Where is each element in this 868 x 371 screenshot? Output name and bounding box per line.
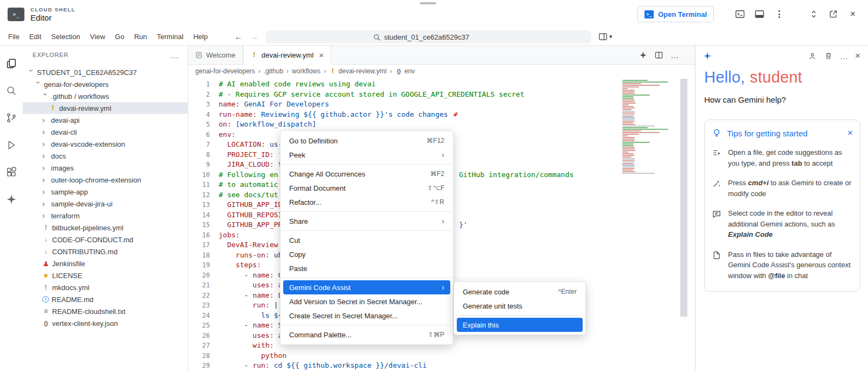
breadcrumb-separator-icon: › (324, 67, 326, 75)
split-editor-icon[interactable] (654, 51, 663, 60)
menu-item-add-version-to-secret-in-secret-manager[interactable]: Add Version to Secret in Secret Manager.… (283, 294, 450, 309)
menu-item-copy[interactable]: Copy (283, 247, 450, 261)
tree-item-vertex-client-key-json[interactable]: {}vertex-client-key.json (23, 317, 188, 329)
gemini-subtitle: How can Gemini help? (695, 86, 868, 104)
tree-item-sample-app[interactable]: ›sample-app (23, 186, 188, 198)
tree-item-images[interactable]: ›images (23, 162, 188, 174)
minimap[interactable] (622, 80, 680, 174)
tree-item-license[interactable]: ★LICENSE (23, 269, 188, 281)
forward-icon: → (250, 32, 258, 41)
search-icon (373, 33, 381, 41)
menu-help[interactable]: Help (188, 30, 213, 43)
tip-2: Press cmd+i to ask Gemini to create or m… (712, 178, 853, 199)
submenu-item-generate-unit-tests[interactable]: Generate unit tests (457, 299, 583, 313)
menu-item-refactor[interactable]: Refactor...^⇧R (283, 195, 450, 209)
editor-more-icon[interactable]: … (671, 51, 679, 60)
gemini-close-icon[interactable]: × (855, 51, 860, 61)
tree-item-github-workflows[interactable]: ›.github / workflows (23, 90, 188, 102)
tips-close-icon[interactable]: × (847, 128, 853, 139)
tab-welcome[interactable]: Welcome (188, 46, 243, 64)
scrollbar-thumb[interactable] (680, 79, 687, 317)
code-editor[interactable]: 1# AI enabled code reviews using devai2#… (188, 78, 695, 371)
terminal-icon: >_ (644, 10, 654, 18)
tree-item-devai-review-yml[interactable]: !devai-review.yml (23, 102, 188, 114)
close-icon[interactable]: × (845, 7, 860, 22)
tree-item-jenkinsfile[interactable]: ♟Jenkinsfile (23, 257, 188, 269)
sparkle-icon[interactable] (639, 51, 647, 59)
menu-item-create-secret-in-secret-manager[interactable]: Create Secret in Secret Manager... (283, 309, 450, 323)
line-number: 3 (188, 99, 210, 110)
tree-item-readme-md[interactable]: iREADME.md (23, 293, 188, 305)
cloud-shell-logo: >_ (8, 8, 24, 21)
collapse-expand-icon[interactable] (806, 7, 821, 22)
back-icon[interactable]: ← (234, 32, 242, 41)
greeting-hello: Hello, (704, 68, 745, 86)
menu-go[interactable]: Go (110, 30, 129, 43)
menu-item-change-all-occurrences[interactable]: Change All Occurrences⌘F2 (283, 167, 450, 181)
menu-item-go-to-definition[interactable]: Go to Definition⌘F12 (283, 134, 450, 148)
breadcrumb: genai-for-developers›.github›workflows›!… (188, 65, 695, 78)
activity-source-control-icon[interactable] (0, 104, 23, 131)
tree-item-sample-devai-jira-ui[interactable]: ›sample-devai-jira-ui (23, 198, 188, 210)
tree-item-student-01-ce62a6529c37[interactable]: ›STUDENT_01_CE62A6529C37 (23, 66, 188, 78)
tree-item-contributing-md[interactable]: ↓CONTRIBUTING.md (23, 246, 188, 257)
search-input[interactable] (384, 33, 484, 41)
submenu-item-explain-this[interactable]: Explain this (457, 318, 583, 332)
activity-search-icon[interactable] (0, 77, 23, 104)
tree-item-genai-for-developers[interactable]: ›genai-for-developers (23, 78, 188, 90)
menu-item-command-palette[interactable]: Command Palette...⇧⌘P (283, 328, 450, 342)
submenu-item-generate-code[interactable]: Generate code^Enter (457, 285, 583, 299)
trash-icon[interactable] (824, 52, 833, 60)
line-number: 16 (188, 230, 210, 241)
user-feedback-icon[interactable] (808, 52, 817, 61)
tab-devai-review-yml[interactable]: !devai-review.yml× (243, 46, 331, 64)
menu-item-peek[interactable]: Peek› (283, 148, 450, 162)
activity-run-debug-icon[interactable] (0, 131, 23, 159)
command-search[interactable] (266, 30, 591, 43)
menu-item-format-document[interactable]: Format Document⇧⌥F (283, 181, 450, 195)
menu-item-cut[interactable]: Cut (283, 233, 450, 247)
open-in-new-icon[interactable] (826, 7, 841, 22)
open-terminal-button[interactable]: >_ Open Terminal (637, 6, 714, 22)
menu-selection[interactable]: Selection (46, 30, 85, 43)
menu-run[interactable]: Run (129, 30, 152, 43)
breadcrumb-env[interactable]: {}env (395, 67, 414, 75)
menu-file[interactable]: File (3, 30, 24, 43)
code-line-3: 3name: GenAI For Developers (188, 99, 695, 110)
code-line-4: 4run-name: Reviewing ${{ github.actor }}… (188, 110, 695, 120)
editor-layout-button[interactable]: ▾ (598, 32, 612, 42)
breadcrumb-github[interactable]: .github (264, 67, 283, 75)
terminal-window-icon[interactable] (732, 7, 748, 22)
menu-terminal[interactable]: Terminal (152, 30, 188, 43)
submenu-arrow-icon: › (442, 217, 444, 225)
activity-explorer-icon[interactable] (0, 50, 23, 77)
more-vertical-icon[interactable] (771, 7, 787, 22)
menu-view[interactable]: View (85, 30, 110, 43)
menu-item-gemini-code-assist[interactable]: Gemini Code Assist› (283, 280, 450, 294)
menu-edit[interactable]: Edit (24, 30, 46, 43)
tree-item-code-of-conduct-md[interactable]: ↓CODE-OF-CONDUCT.md (23, 234, 188, 246)
breadcrumb-genai-for-developers[interactable]: genai-for-developers (195, 67, 255, 75)
tree-item-bitbucket-pipelines-yml[interactable]: !bitbucket-pipelines.yml (23, 222, 188, 234)
tree-item-readme-cloudshell-txt[interactable]: ≡README-cloudshell.txt (23, 305, 188, 317)
activity-bar (0, 46, 23, 371)
activity-gemini-icon[interactable] (0, 186, 23, 213)
tree-item-devai-cli[interactable]: ›devai-cli (23, 126, 188, 138)
close-tab-icon[interactable]: × (319, 51, 324, 60)
tree-item-terraform[interactable]: ›terraform (23, 210, 188, 222)
menu-separator (454, 315, 585, 316)
breadcrumb-devai-review-yml[interactable]: !devai-review.yml (329, 67, 387, 75)
panel-layout-icon[interactable] (752, 7, 767, 22)
menu-item-paste[interactable]: Paste (283, 261, 450, 275)
breadcrumb-workflows[interactable]: workflows (292, 67, 321, 75)
menu-item-share[interactable]: Share› (283, 214, 450, 228)
editor-scrollbar[interactable] (680, 78, 687, 371)
tree-item-devai-api[interactable]: ›devai-api (23, 114, 188, 126)
gemini-more-icon[interactable]: … (840, 52, 848, 61)
tree-item-outer-loop-chrome-extension[interactable]: ›outer-loop-chrome-extension (23, 174, 188, 186)
explorer-more-icon[interactable]: … (170, 51, 179, 60)
tree-item-mkdocs-yml[interactable]: !mkdocs.yml (23, 281, 188, 293)
activity-extensions-icon[interactable] (0, 159, 23, 186)
tree-item-docs[interactable]: ›docs (23, 150, 188, 162)
tree-item-devai-vscode-extension[interactable]: ›devai-vscode-extension (23, 138, 188, 150)
